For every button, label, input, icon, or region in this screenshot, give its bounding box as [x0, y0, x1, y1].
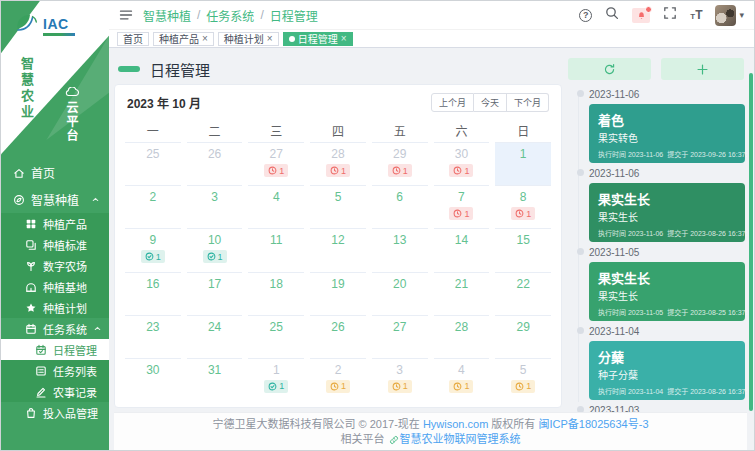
sidebar-item-farming-records[interactable]: 农事记录 [1, 381, 109, 402]
tab-planting-products[interactable]: 种植产品× [153, 32, 214, 46]
add-schedule-button[interactable] [661, 58, 744, 80]
calendar-day-cell[interactable]: 81 [495, 185, 551, 228]
calendar-day-cell[interactable]: 21 [434, 272, 490, 315]
calendar-day-cell[interactable]: 31 [372, 358, 428, 401]
sidebar-item-planting-products[interactable]: 种植产品 [1, 213, 109, 234]
calendar-day-cell[interactable]: 27 [372, 315, 428, 358]
close-icon[interactable]: × [202, 34, 208, 44]
calendar-day-cell[interactable]: 20 [372, 272, 428, 315]
calendar-day-cell[interactable]: 19 [310, 272, 366, 315]
sidebar-item-label: 任务系统 [43, 321, 87, 337]
schedule-card[interactable]: 分蘖种子分蘖执行时间 2023-11-04提交于 2023-08-26 16:3… [589, 341, 745, 400]
calendar-day-cell[interactable]: 18 [248, 272, 304, 315]
calendar-day-cell[interactable]: 26 [310, 315, 366, 358]
footer-related-label: 相关平台 [340, 433, 387, 445]
breadcrumb-item[interactable]: 任务系统 [206, 7, 254, 24]
sidebar-item-task-system[interactable]: 任务系统 [1, 318, 109, 339]
breadcrumb-item[interactable]: 日程管理 [270, 7, 318, 24]
calendar-day-cell[interactable]: 26 [187, 142, 243, 185]
tab-home[interactable]: 首页 [117, 32, 149, 46]
calendar-day-cell[interactable]: 6 [372, 185, 428, 228]
day-number: 6 [396, 190, 403, 204]
calendar-today-button[interactable]: 今天 [474, 93, 507, 112]
sidebar-item-task-list[interactable]: 任务列表 [1, 360, 109, 381]
event-count: 1 [341, 381, 346, 391]
search-icon[interactable] [605, 6, 619, 24]
breadcrumb-item[interactable]: 智慧种植 [143, 7, 191, 24]
breadcrumb-separator: / [260, 8, 263, 22]
calendar-day-cell[interactable]: 2 [125, 185, 181, 228]
tab-planting-plan[interactable]: 种植计划× [218, 32, 279, 46]
timeline-date: 2023-11-03 [589, 405, 745, 412]
day-number: 11 [270, 233, 282, 247]
schedule-card[interactable]: 果实生长果实生长执行时间 2023-11-06提交于 2023-08-26 16… [589, 183, 745, 242]
calendar-day-cell[interactable]: 291 [372, 142, 428, 185]
sidebar-item-schedule-management[interactable]: 日程管理 [1, 339, 109, 360]
calendar-day-cell[interactable]: 30 [125, 358, 181, 401]
calendar-day-cell[interactable]: 41 [434, 358, 490, 401]
calendar-day-cell[interactable]: 31 [187, 358, 243, 401]
calendar-day-cell[interactable]: 3 [187, 185, 243, 228]
calendar-day-cell[interactable]: 91 [125, 228, 181, 271]
calendar-prev-month-button[interactable]: 上个月 [431, 93, 474, 112]
calendar-day-cell[interactable]: 11 [248, 358, 304, 401]
user-avatar[interactable] [715, 5, 736, 26]
calendar-day-cell[interactable]: 71 [434, 185, 490, 228]
fullscreen-icon[interactable] [663, 6, 677, 24]
notification-bell-icon[interactable] [632, 8, 650, 23]
calendar-day-cell[interactable]: 271 [248, 142, 304, 185]
calendar-day-cell[interactable]: 29 [495, 315, 551, 358]
calendar-day-cell[interactable]: 15 [495, 228, 551, 271]
event-count: 1 [341, 166, 346, 176]
footer-platform-link[interactable]: 智慧农业物联网管理系统 [400, 433, 521, 445]
calendar-day-cell[interactable]: 23 [125, 315, 181, 358]
refresh-button[interactable] [568, 58, 651, 80]
sidebar-item-planting-plan[interactable]: 种植计划 [1, 297, 109, 318]
sidebar-item-planting-standards[interactable]: 种植标准 [1, 234, 109, 255]
calendar-day-cell[interactable]: 24 [187, 315, 243, 358]
calendar-day-cell[interactable]: 25 [248, 315, 304, 358]
schedule-submit-time: 提交于 2023-09-26 16:37:26 [667, 149, 747, 159]
vertical-scrollbar-thumb[interactable] [749, 73, 753, 411]
help-icon[interactable]: ? [579, 9, 592, 22]
sidebar-item-digital-farm[interactable]: 数字农场 [1, 255, 109, 276]
user-menu[interactable]: ▾ [715, 5, 744, 26]
calendar-day-cell[interactable]: 11 [248, 228, 304, 271]
sidebar-item-smart-planting[interactable]: 智慧种植 [1, 186, 109, 213]
schedule-card[interactable]: 果实生长果实生长执行时间 2023-11-05提交于 2023-08-25 16… [589, 262, 745, 321]
calendar-day-cell[interactable]: 5 [310, 185, 366, 228]
calendar-day-cell[interactable]: 22 [495, 272, 551, 315]
calendar-day-cell[interactable]: 14 [434, 228, 490, 271]
calendar-day-cell[interactable]: 17 [187, 272, 243, 315]
calendar-day-cell[interactable]: 301 [434, 142, 490, 185]
calendar-day-cell[interactable]: 16 [125, 272, 181, 315]
event-badge-pending: 1 [326, 380, 350, 393]
font-size-icon[interactable]: TT [690, 8, 702, 22]
close-icon[interactable]: × [341, 34, 347, 44]
tab-schedule-management[interactable]: 日程管理× [283, 32, 353, 46]
title-dash-decoration [118, 66, 140, 72]
sidebar-item-input-management[interactable]: 投入品管理 [1, 402, 109, 423]
calendar-day-cell[interactable]: 51 [495, 358, 551, 401]
tab-label: 日程管理 [298, 31, 338, 46]
calendar-day-cell[interactable]: 1 [495, 142, 551, 185]
close-icon[interactable]: × [267, 34, 273, 44]
footer-icp-link[interactable]: 闽ICP备18025634号-3 [538, 418, 648, 430]
weekday-label: 五 [372, 122, 428, 139]
day-number: 24 [208, 320, 221, 334]
schedule-card[interactable]: 着色果实转色执行时间 2023-11-06提交于 2023-09-26 16:3… [589, 104, 745, 163]
calendar-day-cell[interactable]: 12 [310, 228, 366, 271]
calendar-day-cell[interactable]: 4 [248, 185, 304, 228]
content-area: 日程管理 2023 年 10 月 上个月今天下个月 [109, 48, 754, 450]
calendar-day-cell[interactable]: 281 [310, 142, 366, 185]
calendar-day-cell[interactable]: 21 [310, 358, 366, 401]
calendar-day-cell[interactable]: 25 [125, 142, 181, 185]
calendar-day-cell[interactable]: 28 [434, 315, 490, 358]
footer-site-link[interactable]: Hywison.com [423, 418, 488, 430]
sidebar-item-planting-base[interactable]: 种植基地 [1, 276, 109, 297]
sidebar-collapse-icon[interactable] [119, 8, 133, 22]
calendar-day-cell[interactable]: 101 [187, 228, 243, 271]
calendar-next-month-button[interactable]: 下个月 [507, 93, 549, 112]
sidebar-item-home[interactable]: 首页 [1, 159, 109, 186]
calendar-day-cell[interactable]: 13 [372, 228, 428, 271]
